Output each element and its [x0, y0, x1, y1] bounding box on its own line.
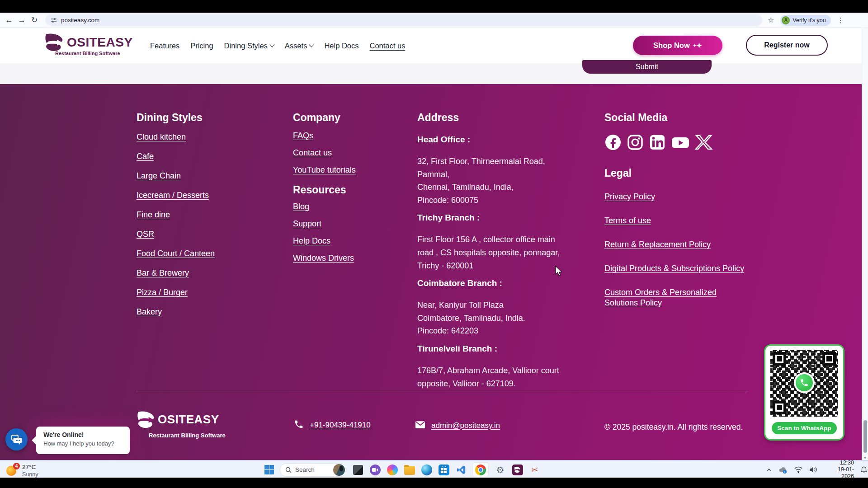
scan-to-whatsapp-button[interactable]: Scan to WhatsApp	[772, 422, 837, 434]
footer-link-help-docs[interactable]: Help Docs	[293, 236, 397, 246]
email-link[interactable]: admin@positeasy.in	[431, 421, 500, 430]
logo-text: OSITEASY	[67, 33, 133, 52]
footer-link-youtube-tutorials[interactable]: YouTube tutorials	[293, 165, 397, 175]
facebook-icon[interactable]	[604, 134, 622, 151]
scrollbar-thumb[interactable]	[863, 420, 867, 453]
taskbar-app-chrome-active[interactable]	[472, 462, 489, 477]
linkedin-icon[interactable]	[649, 134, 666, 151]
tray-chevron-up-icon[interactable]	[766, 467, 772, 473]
whatsapp-qr-widget[interactable]: Scan to WhatsApp	[764, 344, 844, 441]
chat-tooltip[interactable]: We're Online! How may I help you today?	[36, 427, 130, 454]
site-logo[interactable]: OSITEASY	[44, 33, 133, 52]
taskbar-app-settings[interactable]: ⚙	[495, 464, 506, 475]
verify-label: Verify it's you	[793, 17, 826, 23]
taskbar-app-vscode[interactable]	[455, 464, 467, 475]
page-scrollbar[interactable]: ▾	[862, 28, 868, 460]
chevron-down-icon	[309, 42, 314, 47]
back-icon[interactable]: ←	[3, 13, 15, 28]
reload-icon[interactable]: ↻	[28, 13, 41, 28]
footer-logo[interactable]: OSITEASY Restaurant Billing Software	[137, 411, 226, 439]
taskbar-app-video-call[interactable]	[369, 464, 381, 475]
nav-item-assets[interactable]: Assets	[285, 42, 314, 50]
wifi-icon[interactable]	[794, 466, 803, 474]
scrollbar-down-arrow[interactable]: ▾	[862, 455, 868, 460]
footer-link-bar-brewery[interactable]: Bar & Brewery	[137, 268, 250, 278]
shop-now-button[interactable]: Shop Now ✦✦	[633, 36, 722, 55]
footer-link-icecream-desserts[interactable]: Icecream / Desserts	[137, 191, 250, 200]
footer-link-large-chain[interactable]: Large Chain	[137, 171, 250, 181]
taskbar-app-positeasy[interactable]	[512, 464, 523, 475]
chat-launcher-button[interactable]	[5, 428, 28, 450]
footer-link-food-court-canteen[interactable]: Food Court / Canteen	[137, 249, 250, 258]
taskbar-search[interactable]: Search	[280, 463, 346, 477]
footer-link-custom-orders[interactable]: Custom Orders & Personalized Solutions P…	[604, 287, 749, 308]
footer-link-blog[interactable]: Blog	[293, 202, 397, 211]
taskbar-app-file-explorer[interactable]	[404, 464, 415, 475]
submit-button[interactable]: Submit	[582, 60, 712, 74]
footer-phone: +91-90439-41910	[294, 419, 371, 431]
onedrive-cloud-icon[interactable]: i	[778, 466, 788, 474]
address-tirunelveli-branch: Tirunelveli Branch : 176B/7, Abraham Arc…	[417, 344, 573, 390]
taskbar-clock[interactable]: 12:30 19-01-2026	[826, 460, 854, 480]
footer-link-privacy-policy[interactable]: Privacy Policy	[604, 192, 749, 202]
volume-icon[interactable]	[809, 466, 817, 474]
address-head-office: Head Office : 32, First Floor, Thirneerm…	[417, 135, 573, 206]
notification-bell-icon[interactable]	[860, 465, 868, 474]
nav-item-help-docs[interactable]: Help Docs	[324, 42, 359, 50]
weather-alert-badge: 4	[13, 463, 20, 469]
resources-heading: Resources	[293, 184, 397, 196]
footer-link-pizza-burger[interactable]: Pizza / Burger	[137, 288, 250, 297]
footer-link-terms-of-use[interactable]: Terms of use	[604, 216, 749, 226]
instagram-icon[interactable]	[627, 134, 644, 151]
system-tray: i 12:30 19-01-2026	[766, 461, 868, 478]
footer-link-fine-dine[interactable]: Fine dine	[137, 210, 250, 220]
footer-divider	[137, 391, 747, 391]
screen: ← → ↻ positeasy.com ☆ A Verify it's you …	[0, 0, 868, 488]
nav-item-pricing[interactable]: Pricing	[190, 42, 213, 50]
social-icons-row	[604, 134, 749, 151]
search-label: Search	[295, 466, 330, 473]
taskbar: 4 27°C Sunny Search ⚙	[0, 461, 868, 478]
footer-link-cafe[interactable]: Cafe	[137, 152, 250, 161]
footer-link-windows-drivers[interactable]: Windows Drivers	[293, 253, 397, 263]
footer-link-qsr[interactable]: QSR	[137, 230, 250, 239]
windows-start-button[interactable]	[264, 465, 274, 474]
nav-item-contact-us[interactable]: Contact us	[370, 42, 406, 50]
bookmark-star-icon[interactable]: ☆	[768, 16, 774, 24]
footer-link-contact-us[interactable]: Contact us	[293, 148, 397, 158]
footer-link-bakery[interactable]: Bakery	[137, 307, 250, 317]
taskbar-app-copilot[interactable]	[387, 464, 398, 475]
profile-avatar: A	[782, 16, 790, 24]
site-info-icon[interactable]	[51, 17, 57, 23]
copyright-text: © 2025 positeasy.in. All rights reserved…	[604, 422, 743, 432]
footer-link-support[interactable]: Support	[293, 219, 397, 229]
browser-menu-icon[interactable]: ⋮	[837, 16, 844, 24]
footer-link-digital-products[interactable]: Digital Products & Subscriptions Policy	[604, 263, 749, 274]
verify-profile-button[interactable]: A Verify it's you	[780, 15, 830, 26]
taskbar-app-edge[interactable]	[421, 464, 432, 475]
address-heading: Address	[417, 112, 573, 123]
taskbar-weather-widget[interactable]: 4 27°C Sunny	[6, 463, 38, 478]
register-now-button[interactable]: Register now	[746, 35, 828, 56]
chat-title: We're Online!	[43, 431, 130, 438]
taskbar-app-snipping-tool[interactable]: ✂	[529, 464, 540, 475]
footer-link-cloud-kitchen[interactable]: Cloud kitchen	[137, 132, 250, 142]
nav-item-features[interactable]: Features	[150, 42, 179, 50]
logo-tagline: Restaurant Billing Software	[55, 51, 120, 56]
forward-icon[interactable]: →	[15, 13, 28, 28]
footer-link-faqs[interactable]: FAQs	[293, 131, 397, 141]
footer-link-return-replacement[interactable]: Return & Replacement Policy	[604, 239, 749, 250]
search-daily-image[interactable]	[333, 464, 345, 476]
phone-link[interactable]: +91-90439-41910	[310, 421, 371, 430]
logo-mark-icon	[44, 33, 64, 52]
address-bar[interactable]: positeasy.com	[45, 14, 762, 26]
weather-temperature: 27°C	[22, 464, 38, 470]
footer-logo-text: OSITEASY	[158, 411, 219, 427]
taskbar-app-photos[interactable]	[352, 464, 363, 475]
youtube-icon[interactable]	[671, 134, 690, 151]
nav-item-dining-styles[interactable]: Dining Styles	[224, 42, 274, 50]
taskbar-app-store[interactable]	[438, 464, 449, 475]
site-footer: Dining Styles Cloud kitchen Cafe Large C…	[0, 84, 868, 460]
qr-finder	[773, 401, 786, 414]
x-twitter-icon[interactable]	[695, 134, 713, 151]
